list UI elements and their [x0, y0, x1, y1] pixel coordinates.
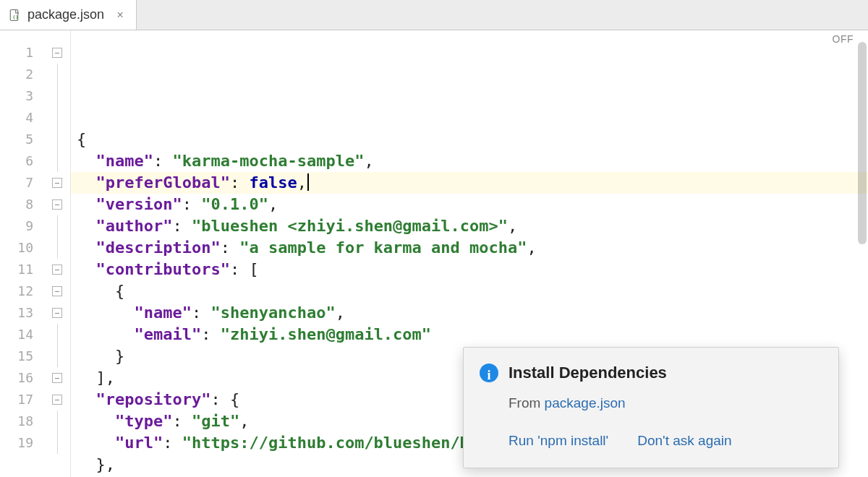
- info-icon: [480, 364, 498, 382]
- fold-toggle-icon[interactable]: [52, 308, 62, 318]
- line-number: 6: [0, 150, 43, 172]
- line-number: 16: [0, 367, 43, 389]
- fold-toggle-icon[interactable]: [52, 373, 62, 383]
- code-line[interactable]: {: [71, 280, 868, 302]
- line-number: 12: [0, 280, 43, 302]
- fold-toggle-icon[interactable]: [52, 265, 62, 275]
- line-number-gutter: 12345678910111213141516171819: [0, 30, 43, 477]
- line-number: 15: [0, 345, 43, 367]
- line-number: 14: [0, 324, 43, 345]
- line-number: 9: [0, 215, 43, 237]
- fold-cell: [43, 389, 71, 411]
- line-number: 13: [0, 302, 43, 324]
- line-number: 2: [0, 64, 43, 85]
- fold-strip: [43, 30, 71, 477]
- line-number: 3: [0, 85, 43, 107]
- fold-cell: [43, 345, 71, 367]
- inspections-off-badge[interactable]: OFF: [833, 33, 854, 45]
- fold-cell: [43, 411, 71, 432]
- line-number: 7: [0, 172, 43, 194]
- fold-cell: [43, 42, 71, 64]
- fold-cell: [43, 237, 71, 259]
- fold-toggle-icon[interactable]: [52, 286, 62, 296]
- code-line[interactable]: "name": "karma-mocha-sample",: [71, 150, 868, 172]
- fold-cell: [43, 129, 71, 150]
- line-number: 19: [0, 432, 43, 454]
- fold-cell: [43, 64, 71, 85]
- code-line[interactable]: "description": "a sample for karma and m…: [71, 237, 868, 259]
- line-number: 18: [0, 411, 43, 432]
- line-number: 17: [0, 389, 43, 411]
- line-number: 10: [0, 237, 43, 259]
- fold-toggle-icon[interactable]: [52, 178, 62, 188]
- fold-cell: [43, 150, 71, 172]
- fold-cell: [43, 302, 71, 324]
- fold-cell: [43, 85, 71, 107]
- notification-subtitle: From package.json: [509, 392, 822, 414]
- code-line[interactable]: "name": "shenyanchao",: [71, 302, 868, 324]
- line-number: 4: [0, 107, 43, 129]
- notification-title: Install Dependencies: [509, 362, 667, 384]
- fold-cell: [43, 280, 71, 302]
- line-number: 8: [0, 194, 43, 215]
- tab-label: package.json: [27, 7, 104, 22]
- line-number: 5: [0, 129, 43, 150]
- code-line[interactable]: {: [71, 129, 868, 150]
- fold-cell: [43, 432, 71, 454]
- code-line[interactable]: "preferGlobal": false,: [71, 172, 868, 194]
- line-number: 1: [0, 42, 43, 64]
- fold-cell: [43, 324, 71, 345]
- tab-package-json[interactable]: {} package.json ×: [0, 0, 137, 30]
- close-icon[interactable]: ×: [114, 9, 126, 22]
- fold-cell: [43, 259, 71, 280]
- editor: 12345678910111213141516171819 OFF { "nam…: [0, 30, 868, 477]
- fold-toggle-icon[interactable]: [52, 395, 62, 405]
- run-npm-install-link[interactable]: Run 'npm install': [509, 430, 608, 452]
- fold-cell: [43, 107, 71, 129]
- fold-cell: [43, 172, 71, 194]
- line-number: 11: [0, 259, 43, 280]
- notification-file-link[interactable]: package.json: [545, 395, 626, 411]
- json-file-icon: {}: [9, 9, 22, 22]
- code-line[interactable]: "author": "blueshen <zhiyi.shen@gmail.co…: [71, 215, 868, 237]
- fold-cell: [43, 215, 71, 237]
- from-label: From: [509, 395, 545, 411]
- fold-cell: [43, 194, 71, 215]
- fold-toggle-icon[interactable]: [52, 48, 62, 58]
- fold-toggle-icon[interactable]: [52, 199, 62, 210]
- text-cursor: [307, 173, 309, 191]
- code-line[interactable]: "contributors": [: [71, 259, 868, 280]
- tab-bar: {} package.json ×: [0, 0, 868, 30]
- code-line[interactable]: "version": "0.1.0",: [71, 194, 868, 215]
- code-line[interactable]: "email": "zhiyi.shen@gmail.com": [71, 324, 868, 345]
- install-dependencies-notification: Install Dependencies From package.json R…: [463, 347, 839, 468]
- svg-text:{}: {}: [12, 14, 18, 20]
- fold-cell: [43, 367, 71, 389]
- vertical-scrollbar[interactable]: [858, 42, 867, 244]
- dont-ask-again-link[interactable]: Don't ask again: [637, 430, 731, 452]
